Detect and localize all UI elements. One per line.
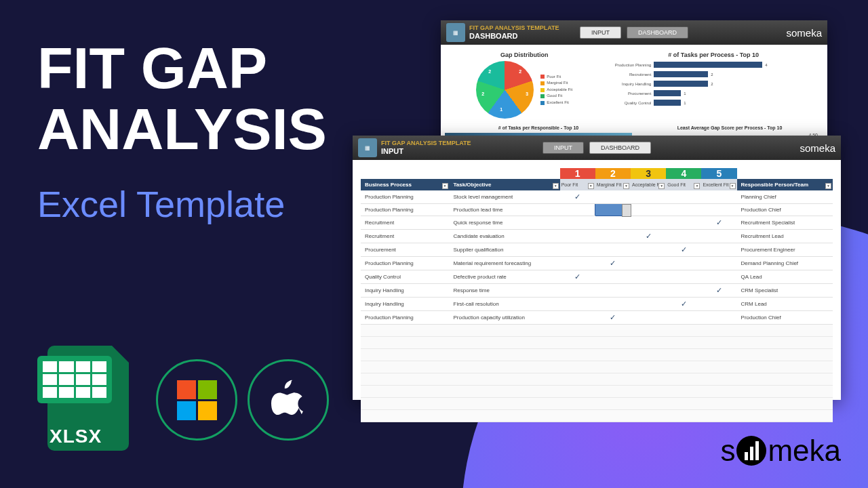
responsible-cell[interactable]: CRM Lead bbox=[737, 298, 833, 311]
score-cell[interactable] bbox=[560, 257, 595, 270]
score-cell[interactable] bbox=[631, 204, 666, 216]
score-cell[interactable] bbox=[560, 298, 595, 311]
score-cell[interactable] bbox=[666, 284, 701, 298]
business-process-cell[interactable]: Quality Control bbox=[361, 270, 450, 284]
score-cell[interactable]: ✓ bbox=[560, 190, 595, 204]
score-cell[interactable] bbox=[631, 190, 666, 204]
task-cell[interactable]: First-call resolution bbox=[450, 298, 560, 311]
score-cell[interactable] bbox=[666, 257, 701, 270]
business-process-cell[interactable]: Production Planning bbox=[361, 204, 450, 216]
score-cell[interactable] bbox=[560, 284, 595, 298]
score-cell[interactable] bbox=[631, 284, 666, 298]
score-cell[interactable]: ✓ bbox=[701, 216, 736, 230]
score-cell[interactable] bbox=[560, 311, 595, 325]
score-cell[interactable] bbox=[631, 270, 666, 284]
task-cell[interactable]: Stock level management bbox=[450, 190, 560, 204]
score-cell[interactable] bbox=[595, 230, 631, 243]
business-process-cell[interactable]: Recruitment bbox=[361, 230, 450, 243]
header-poor-fit[interactable]: Poor Fit▼ bbox=[560, 179, 595, 190]
responsible-cell[interactable]: QA Lead bbox=[737, 270, 833, 284]
score-cell[interactable] bbox=[701, 257, 736, 270]
responsible-cell[interactable]: Recruitment Lead bbox=[737, 230, 833, 243]
score-cell[interactable]: ✓ bbox=[666, 243, 701, 257]
business-process-cell[interactable]: Inquiry Handling bbox=[361, 284, 450, 298]
empty-row[interactable] bbox=[361, 410, 833, 422]
score-cell[interactable] bbox=[631, 243, 666, 257]
header-marginal-fit[interactable]: Marginal Fit▼ bbox=[595, 179, 631, 190]
task-cell[interactable]: Supplier qualification bbox=[450, 243, 560, 257]
header-excellent-fit[interactable]: Excellent Fit▼ bbox=[701, 179, 736, 190]
score-cell[interactable] bbox=[595, 243, 631, 257]
header-acceptable-fit[interactable]: Acceptable Fit▼ bbox=[631, 179, 666, 190]
responsible-cell[interactable]: Production Chief bbox=[737, 204, 833, 216]
score-cell[interactable] bbox=[701, 243, 736, 257]
score-cell[interactable] bbox=[560, 243, 595, 257]
score-cell[interactable] bbox=[631, 298, 666, 311]
empty-row[interactable] bbox=[361, 337, 833, 349]
score-cell[interactable] bbox=[701, 311, 736, 325]
score-cell[interactable] bbox=[595, 190, 631, 204]
business-process-cell[interactable]: Production Planning bbox=[361, 190, 450, 204]
score-cell[interactable]: ✓ bbox=[631, 230, 666, 243]
score-cell[interactable]: ✓ bbox=[666, 298, 701, 311]
business-process-cell[interactable]: Production Planning bbox=[361, 311, 450, 325]
responsible-cell[interactable]: Demand Planning Chief bbox=[737, 257, 833, 270]
empty-row[interactable] bbox=[361, 373, 833, 386]
input-input-button[interactable]: INPUT bbox=[542, 142, 584, 154]
score-cell[interactable] bbox=[666, 230, 701, 243]
score-cell[interactable] bbox=[666, 216, 701, 230]
responsible-cell[interactable]: Planning Chief bbox=[737, 190, 833, 204]
empty-row[interactable] bbox=[361, 398, 833, 410]
score-cell[interactable] bbox=[701, 230, 736, 243]
responsible-cell[interactable]: Procurement Engineer bbox=[737, 243, 833, 257]
task-cell[interactable]: Material requirement forecasting bbox=[450, 257, 560, 270]
score-cell[interactable] bbox=[701, 190, 736, 204]
header-task[interactable]: Task/Objective▼ bbox=[450, 179, 560, 190]
score-cell[interactable] bbox=[631, 216, 666, 230]
score-cell[interactable] bbox=[701, 298, 736, 311]
empty-row[interactable] bbox=[361, 386, 833, 398]
empty-row[interactable] bbox=[361, 349, 833, 361]
header-business-process[interactable]: Business Process▼ bbox=[361, 179, 450, 190]
business-process-cell[interactable]: Procurement bbox=[361, 243, 450, 257]
score-cell[interactable]: ✓ bbox=[595, 257, 631, 270]
task-cell[interactable]: Candidate evaluation bbox=[450, 230, 560, 243]
business-process-cell[interactable]: Production Planning bbox=[361, 257, 450, 270]
score-cell[interactable] bbox=[666, 270, 701, 284]
score-cell[interactable] bbox=[560, 230, 595, 243]
score-cell[interactable] bbox=[666, 190, 701, 204]
responsible-cell[interactable]: Production Chief bbox=[737, 311, 833, 325]
task-cell[interactable]: Production capacity utilization bbox=[450, 311, 560, 325]
business-process-cell[interactable]: Recruitment bbox=[361, 216, 450, 230]
business-process-cell[interactable]: Inquiry Handling bbox=[361, 298, 450, 311]
responsible-cell[interactable]: Recruitment Specialist bbox=[737, 216, 833, 230]
empty-row[interactable] bbox=[361, 361, 833, 373]
dashboard-input-button[interactable]: INPUT bbox=[580, 26, 621, 39]
score-cell[interactable] bbox=[560, 204, 595, 216]
score-cell[interactable] bbox=[701, 270, 736, 284]
responsible-cell[interactable]: CRM Specialist bbox=[737, 284, 833, 298]
task-cell[interactable]: Quick response time bbox=[450, 216, 560, 230]
input-dash-button[interactable]: DASHBOARD bbox=[589, 142, 651, 154]
task-cell[interactable]: Defective product rate bbox=[450, 270, 560, 284]
score-cell[interactable] bbox=[595, 298, 631, 311]
score-cell[interactable]: ✓ bbox=[595, 311, 631, 325]
score-cell[interactable] bbox=[701, 204, 736, 216]
score-cell[interactable] bbox=[560, 216, 595, 230]
header-responsible[interactable]: Responsible Person/Team▼ bbox=[737, 179, 833, 190]
score-cell[interactable] bbox=[631, 311, 666, 325]
score-cell[interactable] bbox=[595, 204, 631, 216]
task-cell[interactable]: Response time bbox=[450, 284, 560, 298]
task-cell[interactable]: Production lead time bbox=[450, 204, 560, 216]
score-cell[interactable] bbox=[631, 257, 666, 270]
score-cell[interactable]: ✓ bbox=[701, 284, 736, 298]
score-cell[interactable] bbox=[595, 284, 631, 298]
dashboard-dash-button[interactable]: DASHBOARD bbox=[627, 26, 688, 39]
empty-row[interactable] bbox=[361, 325, 833, 337]
header-good-fit[interactable]: Good Fit▼ bbox=[666, 179, 701, 190]
score-cell[interactable] bbox=[666, 204, 701, 216]
score-cell[interactable]: ✓ bbox=[560, 270, 595, 284]
score-cell[interactable] bbox=[595, 270, 631, 284]
score-cell[interactable] bbox=[666, 311, 701, 325]
score-cell[interactable] bbox=[595, 216, 631, 230]
